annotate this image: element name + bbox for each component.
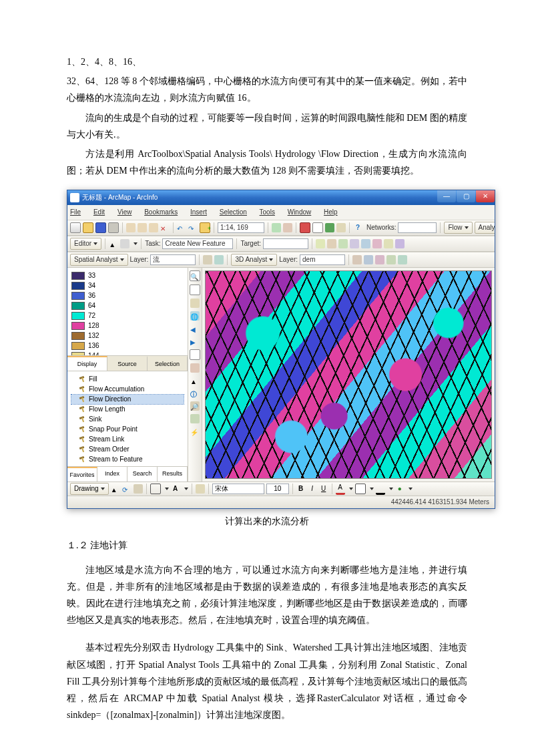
font-name-field[interactable]: 宋体 [212,484,264,494]
table-of-contents[interactable]: 33 34 36 64 72 128 132 136 144 dem [67,268,188,355]
marker-color-icon[interactable]: ● [395,484,405,494]
select-element-icon[interactable]: ▲ [111,484,120,494]
copy-icon[interactable] [138,223,147,232]
redo-icon[interactable]: ↷ [188,223,198,232]
add-data-icon[interactable]: + [200,222,210,233]
chevron-down-icon[interactable] [370,488,374,490]
measure-icon[interactable] [190,414,200,423]
tab-results[interactable]: Results [158,467,188,482]
edit-tool-icon[interactable] [316,239,325,248]
edit-tool-icon[interactable] [372,239,382,248]
menu-help[interactable]: Help [324,208,343,216]
menu-selection[interactable]: Selection [220,208,252,216]
save-icon[interactable] [95,222,106,233]
analysis-dropdown[interactable]: Analysis [475,222,495,234]
3d-tool-icon[interactable] [386,255,396,264]
hyperlink-icon[interactable]: ⚡ [190,427,200,436]
pan-icon[interactable] [190,299,200,308]
undo-icon[interactable]: ↶ [177,223,186,232]
scale-field[interactable]: 1:14, 169 [218,222,264,233]
task-field[interactable]: Create New Feature [162,238,233,249]
bold-icon[interactable]: B [296,484,306,494]
edit-vertices-icon[interactable] [196,484,205,494]
tool-stream-order[interactable]: Stream Order [71,445,184,454]
histogram-icon[interactable] [203,255,212,264]
toc-item[interactable]: 136 [71,341,184,351]
toc-item[interactable]: 132 [71,331,184,341]
menu-tools[interactable]: Tools [260,208,280,216]
menu-window[interactable]: Window [288,208,317,216]
minimize-button[interactable]: — [437,190,456,202]
tab-display[interactable]: Display [67,356,107,371]
toc-item[interactable]: 34 [71,281,184,291]
command-icon[interactable] [312,222,323,233]
sketch-icon[interactable] [120,239,129,248]
identify-icon[interactable]: ⓘ [190,389,200,398]
menu-file[interactable]: File [70,208,86,216]
maximize-button[interactable]: ▢ [457,190,475,202]
chevron-down-icon[interactable] [134,242,138,245]
close-button[interactable]: ✕ [476,190,495,202]
edit-tool-icon[interactable] [384,239,393,248]
toc-item[interactable]: 72 [71,311,184,321]
chevron-down-icon[interactable] [165,488,169,490]
tool-flow-length[interactable]: Flow Length [71,405,184,414]
flow-dropdown[interactable]: Flow [444,222,472,234]
arctoolbox-icon[interactable] [300,222,310,233]
networks-field[interactable] [398,222,437,233]
edit-tool-icon[interactable] [338,239,348,248]
chevron-down-icon[interactable] [409,488,413,490]
find-icon[interactable]: 🔎 [190,401,200,411]
rotate-icon[interactable]: ⟳ [122,484,131,494]
print-icon[interactable] [108,222,119,233]
font-color-icon[interactable]: A [336,484,345,495]
toc-item[interactable]: 33 [71,271,184,280]
tab-favorites[interactable]: Favorites [67,467,97,482]
3d-tool-icon[interactable] [352,255,362,264]
tab-search[interactable]: Search [127,467,158,482]
zoom-tool-icon[interactable] [134,484,143,494]
chevron-down-icon[interactable] [389,488,393,490]
edit-tool-icon[interactable] [350,239,359,248]
tool-fill[interactable]: Fill [71,375,184,384]
zoom-in-icon[interactable]: 🔍 [190,270,200,281]
select-elements-icon[interactable]: ▲ [190,376,200,385]
drawing-dropdown[interactable]: Drawing [70,483,109,495]
tab-index[interactable]: Index [97,467,127,482]
3d-analyst-dropdown[interactable]: 3D Analyst [231,254,277,266]
font-size-field[interactable]: 10 [266,484,289,494]
next-extent-icon[interactable]: ▶ [190,337,200,346]
line-color-icon[interactable] [376,484,385,495]
cut-icon[interactable] [126,223,136,232]
tool-icon[interactable] [272,223,281,232]
toc-item[interactable]: 64 [71,301,184,311]
chevron-down-icon[interactable] [184,488,188,490]
delete-icon[interactable]: ✕ [160,223,170,232]
zoom-out-icon[interactable] [190,285,200,295]
full-extent-icon[interactable]: 🌐 [190,311,200,321]
open-icon[interactable] [83,222,93,233]
target-field[interactable] [263,238,308,249]
arctoolbox-pane[interactable]: Fill Flow Accumulation Flow Direction Fl… [67,371,188,466]
chevron-down-icon[interactable] [349,488,353,490]
prev-extent-icon[interactable]: ◀ [190,324,200,333]
tool-stream-link[interactable]: Stream Link [71,435,184,444]
pointer-icon[interactable]: ▲ [109,239,118,248]
menu-view[interactable]: View [117,208,138,216]
tool-flow-accumulation[interactable]: Flow Accumulation [71,385,184,394]
3d-tool-icon[interactable] [375,255,384,264]
rect-icon[interactable] [150,484,161,494]
map-canvas[interactable] [205,270,492,479]
toc-item[interactable]: 128 [71,321,184,331]
menubar[interactable]: File Edit View Bookmarks Insert Selectio… [67,205,495,220]
italic-icon[interactable]: I [308,484,317,494]
3d-layer-field[interactable]: dem [300,254,345,265]
model-icon[interactable] [325,223,334,232]
edit-tool-icon[interactable] [327,239,336,248]
edit-tool-icon[interactable] [395,239,405,248]
tool-stream-to-feature[interactable]: Stream to Feature [71,455,184,464]
tab-selection[interactable]: Selection [148,356,188,371]
help-icon[interactable]: ? [353,223,362,232]
contour-icon[interactable] [214,255,224,264]
tool-icon[interactable] [283,223,292,232]
